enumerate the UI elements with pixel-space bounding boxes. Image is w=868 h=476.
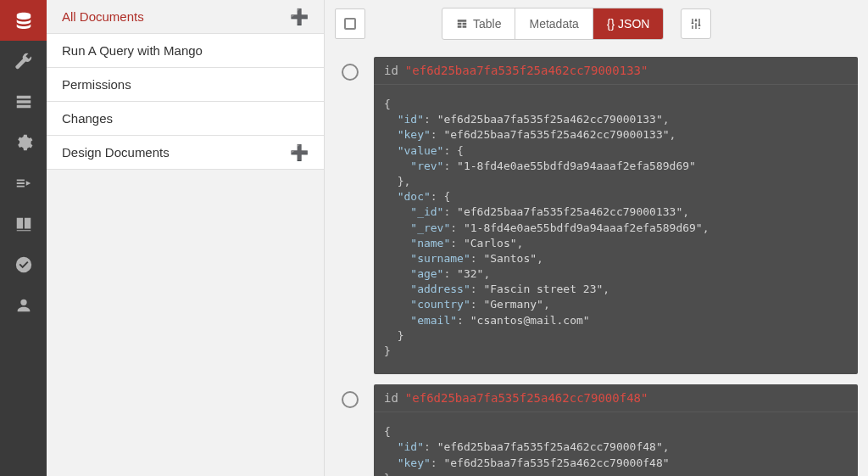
document-json: { "id": "ef6d25baa7fa535f25a462cc7900013… <box>374 85 858 374</box>
replicate-icon <box>14 174 33 193</box>
tab-label: {} JSON <box>607 17 650 31</box>
tab-table[interactable]: Table <box>442 8 515 39</box>
tab-label: Metadata <box>529 17 578 31</box>
options-button[interactable] <box>681 8 711 39</box>
document-json: { "id": "ef6d25baa7fa535f25a462cc79000f4… <box>374 412 858 476</box>
sidebar-item-label: Design Documents <box>62 145 170 160</box>
document-id: "ef6d25baa7fa535f25a462cc79000f48" <box>405 391 648 405</box>
id-label: id <box>384 64 398 77</box>
row-select[interactable] <box>335 57 365 87</box>
user-icon <box>14 296 33 315</box>
rail-replication[interactable] <box>0 163 47 204</box>
document-header: id"ef6d25baa7fa535f25a462cc79000f48" <box>374 384 858 412</box>
rail-active-tasks[interactable] <box>0 81 47 122</box>
sidebar-item-label: Permissions <box>62 77 131 92</box>
rail-verify[interactable] <box>0 244 47 285</box>
sidebar-item-changes[interactable]: Changes <box>47 102 324 136</box>
sidebar-item-label: Run A Query with Mango <box>62 43 203 58</box>
server-icon <box>14 92 33 111</box>
table-icon <box>456 18 468 30</box>
sidebar-item-permissions[interactable]: Permissions <box>47 68 324 102</box>
sidebar-item-label: All Documents <box>62 9 144 24</box>
rail-setup[interactable] <box>0 41 47 81</box>
sidebar: All Documents ➕ Run A Query with Mango P… <box>47 0 325 476</box>
plus-icon[interactable]: ➕ <box>290 9 309 25</box>
document-card[interactable]: id"ef6d25baa7fa535f25a462cc79000133" { "… <box>374 57 858 374</box>
document-list: id"ef6d25baa7fa535f25a462cc79000133" { "… <box>325 47 868 476</box>
gear-icon <box>14 133 33 152</box>
select-all-checkbox[interactable] <box>335 8 365 39</box>
row-select[interactable] <box>335 384 365 415</box>
rail-account[interactable] <box>0 285 47 326</box>
sidebar-item-mango-query[interactable]: Run A Query with Mango <box>47 34 324 68</box>
rail-databases[interactable] <box>0 0 47 41</box>
tab-label: Table <box>473 17 501 31</box>
document-row: id"ef6d25baa7fa535f25a462cc79000133" { "… <box>325 47 868 374</box>
document-header: id"ef6d25baa7fa535f25a462cc79000133" <box>374 57 858 85</box>
sidebar-item-all-documents[interactable]: All Documents ➕ <box>47 0 324 34</box>
id-label: id <box>384 391 398 405</box>
rail-documentation[interactable] <box>0 204 47 244</box>
rail-config[interactable] <box>0 122 47 163</box>
database-icon <box>14 11 33 30</box>
check-circle-icon <box>14 255 33 274</box>
view-tabs: Table Metadata {} JSON <box>442 8 664 40</box>
nav-rail <box>0 0 47 476</box>
sliders-icon <box>689 17 703 31</box>
sidebar-item-design-documents[interactable]: Design Documents ➕ <box>47 136 324 170</box>
checkbox-icon <box>344 18 356 30</box>
toolbar: Table Metadata {} JSON <box>325 0 868 47</box>
radio-icon <box>342 391 359 408</box>
radio-icon <box>342 64 359 81</box>
document-id: "ef6d25baa7fa535f25a462cc79000133" <box>405 64 648 77</box>
document-card[interactable]: id"ef6d25baa7fa535f25a462cc79000f48" { "… <box>374 384 858 476</box>
wrench-icon <box>14 52 33 70</box>
tab-metadata[interactable]: Metadata <box>515 8 593 39</box>
main-panel: Table Metadata {} JSON id"ef6d25baa7fa53… <box>325 0 868 476</box>
document-row: id"ef6d25baa7fa535f25a462cc79000f48" { "… <box>325 374 868 476</box>
book-icon <box>14 215 33 233</box>
tab-json[interactable]: {} JSON <box>593 8 664 39</box>
sidebar-item-label: Changes <box>62 111 113 126</box>
app-root: All Documents ➕ Run A Query with Mango P… <box>0 0 868 476</box>
plus-icon[interactable]: ➕ <box>290 145 309 160</box>
